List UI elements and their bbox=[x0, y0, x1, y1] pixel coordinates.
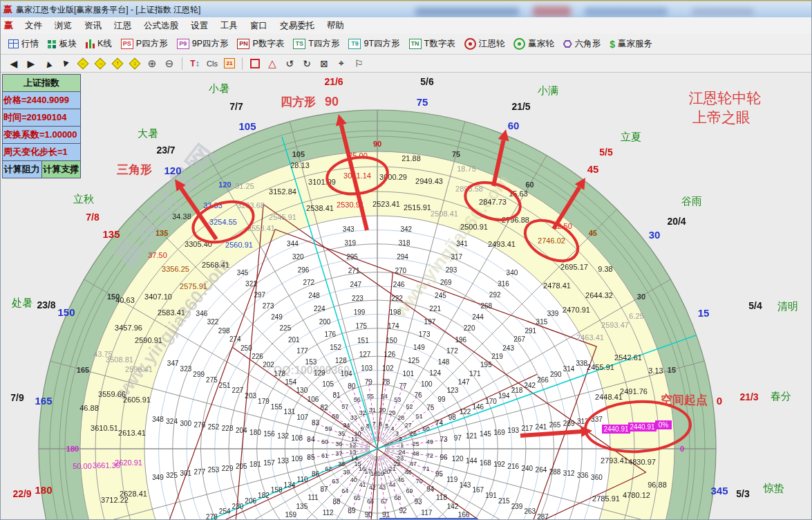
svg-text:54: 54 bbox=[381, 393, 388, 400]
svg-text:270: 270 bbox=[395, 267, 407, 275]
menu-item-7[interactable]: 窗口 bbox=[244, 18, 274, 34]
triangle-tool-icon[interactable]: △ bbox=[265, 57, 280, 71]
svg-text:195: 195 bbox=[480, 361, 492, 369]
rotate-ccw-icon[interactable]: ↺ bbox=[282, 57, 297, 71]
svg-text:104: 104 bbox=[341, 370, 352, 378]
svg-text:2545.91: 2545.91 bbox=[269, 213, 296, 221]
svg-text:204: 204 bbox=[236, 427, 247, 434]
prev-icon[interactable]: ◀ bbox=[6, 57, 21, 71]
toolbar-button-六角形[interactable]: 六角形 bbox=[560, 36, 607, 52]
menu-item-9[interactable]: 帮助 bbox=[321, 18, 350, 34]
menu-item-8[interactable]: 交易委托 bbox=[274, 18, 321, 34]
plot-area: QQ:100800360www.yingjia360.comwww.yingji… bbox=[1, 73, 812, 520]
down-pointer-icon[interactable]: ▼ bbox=[58, 57, 73, 71]
toolbar-button-赢家轮[interactable]: 赢家轮 bbox=[510, 36, 560, 52]
flag-icon[interactable]: ⚐ bbox=[351, 57, 366, 71]
svg-text:225: 225 bbox=[280, 324, 292, 332]
svg-text:3457.96: 3457.96 bbox=[115, 324, 142, 332]
toolbar-button-P数字表[interactable]: PNP数字表 bbox=[234, 36, 290, 52]
svg-text:4780.12: 4780.12 bbox=[623, 491, 650, 499]
svg-text:2500.91: 2500.91 bbox=[460, 223, 488, 231]
diamond-down-icon[interactable]: ↓ bbox=[127, 57, 142, 71]
square-tool-icon[interactable] bbox=[247, 57, 263, 71]
app-window: 赢 赢家江恩专业版[赢家服务平台] - [上证指数 江恩轮] 赢 文件浏览资讯江… bbox=[0, 0, 812, 520]
diamond-right-icon[interactable]: → bbox=[93, 57, 108, 71]
svg-text:36: 36 bbox=[335, 440, 342, 447]
svg-text:78: 78 bbox=[382, 378, 390, 386]
svg-text:43.75: 43.75 bbox=[93, 350, 113, 358]
svg-text:4830.97: 4830.97 bbox=[628, 458, 656, 466]
svg-text:290: 290 bbox=[550, 371, 562, 378]
svg-text:217: 217 bbox=[521, 425, 533, 432]
svg-text:33: 33 bbox=[350, 414, 357, 421]
svg-text:32: 32 bbox=[359, 409, 366, 416]
toolbar-button-P四方形[interactable]: PSP四方形 bbox=[117, 36, 173, 52]
diamond-left-icon[interactable]: ← bbox=[75, 57, 91, 71]
svg-text:2560.91: 2560.91 bbox=[225, 241, 253, 249]
calc-resistance-button[interactable]: 计算阻力 bbox=[3, 161, 42, 178]
svg-text:95: 95 bbox=[435, 470, 444, 478]
svg-text:346: 346 bbox=[196, 310, 208, 317]
svg-text:112: 112 bbox=[323, 509, 334, 517]
svg-text:77: 77 bbox=[399, 382, 408, 390]
svg-text:291: 291 bbox=[525, 327, 536, 335]
svg-text:122: 122 bbox=[460, 408, 471, 416]
svg-text:145: 145 bbox=[480, 430, 491, 438]
toolbar-button-K线[interactable]: K线 bbox=[82, 36, 117, 52]
svg-text:149: 149 bbox=[413, 344, 425, 351]
svg-text:194: 194 bbox=[498, 392, 510, 400]
menu-item-3[interactable]: 江恩 bbox=[108, 18, 138, 34]
zoom-out-icon[interactable]: ⊖ bbox=[162, 57, 177, 71]
svg-text:90: 90 bbox=[325, 95, 339, 109]
svg-text:201: 201 bbox=[288, 336, 300, 344]
svg-text:2455.91: 2455.91 bbox=[587, 363, 614, 371]
svg-text:121: 121 bbox=[466, 432, 478, 440]
center-target-icon[interactable]: ⌖ bbox=[334, 57, 349, 71]
menu-item-4[interactable]: 公式选股 bbox=[138, 18, 185, 34]
toolbar-button-行情[interactable]: 行情 bbox=[5, 36, 44, 52]
gann-wheel-canvas[interactable]: QQ:100800360www.yingjia360.comwww.yingji… bbox=[1, 73, 812, 520]
rotate-cw-icon[interactable]: ↻ bbox=[299, 57, 314, 71]
boxed-x-icon[interactable]: ⊠ bbox=[317, 57, 332, 71]
menu-item-6[interactable]: 工具 bbox=[214, 18, 244, 34]
svg-text:215: 215 bbox=[498, 497, 510, 505]
svg-text:120: 120 bbox=[218, 180, 231, 189]
svg-text:53: 53 bbox=[394, 396, 401, 403]
cls-button[interactable]: Cls bbox=[205, 57, 220, 71]
svg-text:90: 90 bbox=[373, 140, 381, 148]
menu-item-5[interactable]: 设置 bbox=[185, 18, 214, 34]
toolbar-button-9T四方形[interactable]: T99T四方形 bbox=[345, 36, 405, 52]
svg-text:98: 98 bbox=[449, 414, 457, 421]
up-pointer-icon[interactable]: ▲ bbox=[41, 57, 56, 71]
menu-item-2[interactable]: 资讯 bbox=[78, 18, 108, 34]
svg-text:125: 125 bbox=[408, 357, 419, 364]
svg-text:229: 229 bbox=[222, 465, 234, 472]
toolbar-button-江恩轮[interactable]: 江恩轮 bbox=[461, 36, 511, 52]
toolbar-button-T数字表[interactable]: TNT数字表 bbox=[406, 36, 461, 52]
diamond-up-icon[interactable]: ↑ bbox=[110, 57, 125, 71]
svg-text:132: 132 bbox=[277, 432, 289, 440]
calendar-icon[interactable]: 21 bbox=[222, 57, 237, 71]
svg-text:360: 360 bbox=[591, 474, 603, 481]
svg-text:34: 34 bbox=[343, 422, 350, 429]
menu-item-0[interactable]: 文件 bbox=[19, 18, 48, 34]
updown-axis-icon[interactable]: T↕ bbox=[187, 57, 202, 71]
toolbar-button-9P四方形[interactable]: P99P四方形 bbox=[173, 36, 234, 52]
svg-text:119: 119 bbox=[446, 476, 457, 483]
svg-text:81: 81 bbox=[332, 391, 341, 399]
zoom-in-icon[interactable]: ⊕ bbox=[144, 57, 160, 71]
toolbar-button-T四方形[interactable]: TST四方形 bbox=[290, 36, 345, 52]
calc-support-button[interactable]: 计算支撑 bbox=[42, 161, 81, 178]
svg-text:45: 45 bbox=[589, 229, 597, 237]
menu-item-1[interactable]: 浏览 bbox=[48, 18, 78, 34]
toolbar-button-赢家服务[interactable]: $赢家服务 bbox=[606, 36, 658, 52]
svg-text:89: 89 bbox=[348, 507, 356, 514]
toolbar-button-板块[interactable]: 板块 bbox=[44, 36, 82, 52]
svg-text:274: 274 bbox=[229, 335, 241, 343]
svg-text:15: 15 bbox=[668, 366, 676, 374]
svg-text:320: 320 bbox=[292, 253, 304, 261]
svg-text:3: 3 bbox=[395, 430, 399, 437]
svg-text:20/4: 20/4 bbox=[667, 216, 686, 227]
next-icon[interactable]: ▶ bbox=[23, 57, 39, 71]
svg-text:206: 206 bbox=[245, 497, 256, 505]
